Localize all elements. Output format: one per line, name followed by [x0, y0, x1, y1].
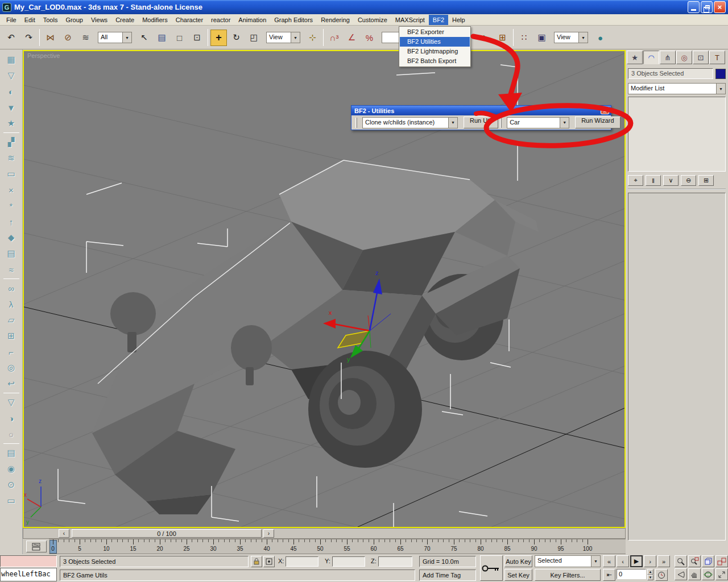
previous-frame-button[interactable]: ‹ — [617, 555, 629, 567]
object-name-field[interactable]: 3 Objects Selected — [628, 68, 713, 79]
menu-views[interactable]: Views — [87, 15, 111, 25]
remove-modifier-button[interactable]: ⊖ — [681, 175, 696, 186]
spring-icon[interactable]: ≋ — [2, 150, 21, 166]
time-configuration-button[interactable] — [655, 569, 668, 581]
arc-rotate-button[interactable] — [702, 568, 714, 580]
track-bar[interactable]: 0510152025303540455055606570758085909510… — [49, 539, 626, 554]
dialog-close-button[interactable]: x — [601, 107, 609, 114]
menu-animation[interactable]: Animation — [234, 15, 270, 25]
material-editor-icon[interactable]: ∷ — [516, 30, 532, 46]
car-model[interactable] — [92, 160, 539, 514]
time-slider-handle[interactable]: 0 / 100 — [72, 529, 262, 538]
bf2-menu-item-bf2-batch-export[interactable]: BF2 Batch Export — [400, 56, 470, 66]
select-and-scale-icon[interactable]: ◰ — [246, 30, 262, 46]
absolute-offset-mode-button[interactable] — [263, 556, 275, 567]
object-color-swatch[interactable] — [715, 69, 726, 79]
pin-stack-button[interactable]: ⌖ — [628, 175, 643, 186]
auto-key-button[interactable]: Auto Key — [504, 555, 532, 567]
spiral-m-icon[interactable]: ○ — [2, 426, 21, 442]
motion-tab[interactable]: ◎ — [676, 51, 692, 64]
menu-customize[interactable]: Customize — [354, 15, 391, 25]
menu-rendering[interactable]: Rendering — [317, 15, 354, 25]
y-coordinate-field[interactable] — [332, 556, 365, 567]
utility-dropdown[interactable]: Clone w/childs (instance) ▼ — [362, 117, 458, 128]
field-of-view-button[interactable] — [675, 568, 687, 580]
rectangular-selection-region-icon[interactable]: □ — [171, 30, 188, 46]
selection-lock-button[interactable] — [251, 556, 262, 567]
zoom-button[interactable] — [675, 555, 687, 567]
wizard-dropdown[interactable]: Car ▼ — [507, 117, 569, 128]
keyboard-override-button[interactable] — [480, 555, 503, 581]
hierarchy-tab[interactable]: ⋔ — [660, 51, 676, 64]
car-tool-icon[interactable]: ◆ — [2, 230, 21, 246]
display-tab[interactable]: ⊡ — [693, 51, 709, 64]
listener-window-icon[interactable]: ▤ — [2, 445, 21, 461]
modify-tab[interactable]: ◠ — [643, 51, 659, 64]
bf2-menu-item-bf2-exporter[interactable]: BF2 Exporter — [400, 27, 470, 37]
linked-boxes-icon[interactable]: ⊞ — [2, 328, 21, 344]
gear-icon[interactable]: * — [2, 198, 21, 214]
create-tab[interactable]: ★ — [627, 51, 643, 64]
time-slider-track[interactable]: ‹ 0 / 100 › — [23, 528, 626, 539]
min-max-toggle-button[interactable] — [715, 568, 728, 580]
show-end-result-button[interactable]: ‖ — [646, 175, 661, 186]
run-util-button[interactable]: Run Util — [464, 117, 498, 128]
shirt-m-icon[interactable]: ▽ — [2, 394, 21, 410]
bf2-utilities-dialog[interactable]: BF2 - Utilities x Clone w/childs (instan… — [351, 105, 611, 130]
select-object-icon[interactable]: ↖ — [136, 30, 152, 46]
undo-icon[interactable]: ↶ — [3, 30, 19, 46]
angle-snap-icon[interactable]: ∠ — [344, 30, 360, 46]
capsule-icon[interactable]: ▭ — [2, 166, 21, 182]
utilities-tab[interactable]: T — [709, 51, 725, 64]
torus-knot-icon[interactable]: ∞ — [2, 280, 21, 296]
menu-create[interactable]: Create — [111, 15, 138, 25]
add-time-tag-button[interactable]: Add Time Tag — [419, 569, 476, 581]
ball-icon[interactable]: ◐ — [2, 84, 21, 99]
next-frame-button[interactable]: › — [644, 555, 656, 567]
zoom-all-button[interactable] — [688, 555, 701, 567]
goto-start-button[interactable]: « — [603, 555, 615, 567]
menu-help[interactable]: Help — [448, 15, 469, 25]
mini-listener-input[interactable]: wheelLeftBac — [0, 568, 57, 581]
select-and-move-icon[interactable]: + — [210, 30, 227, 46]
wave-icon[interactable]: ≈ — [2, 261, 21, 277]
menu-tools[interactable]: Tools — [39, 15, 62, 25]
redo-icon[interactable]: ↷ — [20, 30, 37, 46]
curve-editor-icon[interactable]: ∿ — [477, 30, 493, 46]
select-and-manipulate-icon[interactable]: ⊹ — [304, 30, 321, 46]
percent-snap-icon[interactable]: % — [361, 30, 378, 46]
spinner-up-icon[interactable]: ▲ — [647, 569, 653, 575]
time-slider-next-button[interactable]: › — [263, 529, 274, 538]
modifier-stack-list[interactable] — [628, 97, 726, 172]
current-frame-field[interactable] — [617, 569, 646, 579]
time-slider-prev-button[interactable]: ‹ — [59, 529, 69, 538]
checker-icon[interactable]: ▞ — [2, 134, 21, 150]
run-wizard-button[interactable]: Run Wizard — [575, 117, 620, 128]
primitives-icon[interactable]: ▦ — [2, 52, 21, 68]
select-and-rotate-icon[interactable]: ↻ — [228, 30, 245, 46]
bf2-menu-item-bf2-lightmapping[interactable]: BF2 Lightmapping — [400, 47, 470, 56]
star-shape-icon[interactable]: ★ — [2, 115, 21, 131]
bind-to-space-warp-icon[interactable]: ≋ — [77, 30, 94, 46]
ik-chain-icon[interactable]: ⌐ — [2, 344, 21, 360]
crate-icon[interactable]: ▤ — [2, 246, 21, 261]
menu-file[interactable]: File — [2, 15, 20, 25]
configure-modifier-sets-button[interactable]: ⊞ — [698, 175, 714, 186]
modifier-list-dropdown[interactable]: Modifier List ▼ — [628, 83, 726, 94]
select-by-name-icon[interactable]: ▤ — [154, 30, 170, 46]
dialog-titlebar[interactable]: BF2 - Utilities x — [351, 106, 611, 115]
window-titlebar[interactable]: G My_Car_LOD0.max - 3ds max 7 - Stand-al… — [0, 0, 728, 14]
mini-listener-macro-pane[interactable] — [0, 555, 57, 567]
menu-reactor[interactable]: reactor — [207, 15, 234, 25]
goto-end-button[interactable]: » — [657, 555, 670, 567]
render-scene-icon[interactable]: ▣ — [533, 30, 550, 46]
selection-filter-dropdown[interactable]: All▼ — [98, 32, 132, 43]
quick-render-icon[interactable]: ● — [592, 30, 609, 46]
make-unique-button[interactable]: ∨ — [663, 175, 679, 186]
ball-m-icon[interactable]: ◑ — [2, 410, 21, 426]
view-dropdown-dropdown[interactable]: View▼ — [554, 32, 588, 43]
wheel-icon[interactable]: ◎ — [2, 360, 21, 376]
weather-vane-icon[interactable]: ↑ — [2, 214, 21, 230]
pan-button[interactable] — [688, 568, 701, 580]
minimize-button[interactable] — [688, 1, 700, 13]
